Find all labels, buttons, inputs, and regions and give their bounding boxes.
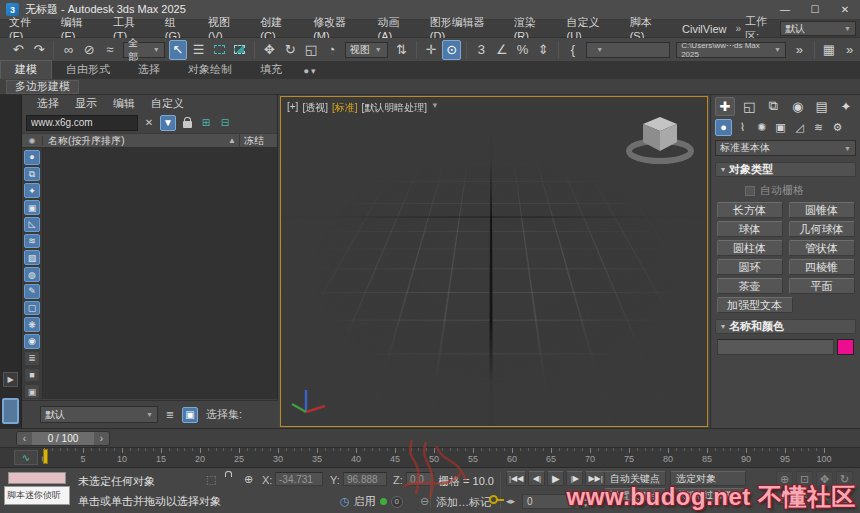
render-overflow-icon[interactable]: » bbox=[840, 40, 859, 60]
menu-modifiers[interactable]: 修改器(M) bbox=[304, 20, 368, 38]
category-systems-icon[interactable]: ⚙ bbox=[829, 119, 846, 136]
select-by-name-icon[interactable]: ☰ bbox=[189, 40, 208, 60]
viewport-pov-label[interactable]: [透视] bbox=[302, 101, 328, 115]
explorer-menu-customize[interactable]: 自定义 bbox=[144, 96, 191, 111]
key-mode-icon[interactable] bbox=[489, 495, 498, 504]
object-button-8[interactable]: 四棱锥 bbox=[789, 259, 855, 275]
object-button-3[interactable]: 球体 bbox=[717, 221, 783, 237]
object-button-4[interactable]: 几何球体 bbox=[789, 221, 855, 237]
menu-scripting[interactable]: 脚本(S) bbox=[621, 20, 673, 38]
x-coord-field[interactable]: -34.731 bbox=[275, 472, 323, 486]
current-frame-marker[interactable] bbox=[43, 449, 48, 464]
menu-customize[interactable]: 自定义(U) bbox=[558, 20, 621, 38]
frozen-column-header[interactable]: 冻结 bbox=[239, 134, 277, 148]
spinner-snap-icon[interactable]: ⇕ bbox=[534, 40, 553, 60]
select-and-rotate-icon[interactable]: ↻ bbox=[281, 40, 300, 60]
menu-views[interactable]: 视图(V) bbox=[199, 20, 251, 38]
viewport-general-menu[interactable]: [+] bbox=[287, 101, 298, 115]
tab-motion[interactable]: ◉ bbox=[788, 97, 808, 116]
select-and-scale-icon[interactable]: ◱ bbox=[301, 40, 320, 60]
snap-pair-icon[interactable]: ⇅ bbox=[392, 40, 411, 60]
y-coord-field[interactable]: 96.888 bbox=[343, 472, 387, 486]
previous-frame-arrow-icon[interactable]: ‹ bbox=[17, 432, 32, 445]
workspace-dropdown[interactable]: 默认▼ bbox=[780, 21, 856, 36]
ribbon-tab-modeling[interactable]: 建模 bbox=[0, 60, 52, 79]
isolate-icon[interactable]: ▣ bbox=[182, 407, 198, 423]
search-input[interactable] bbox=[26, 115, 138, 131]
project-folder-dropdown[interactable]: C:\Users\ww⋯ds Max 2025▼ bbox=[676, 42, 786, 58]
viewcube[interactable] bbox=[623, 109, 697, 167]
transform-gizmo-icon[interactable]: ⊕ bbox=[244, 473, 253, 486]
lock-icon[interactable] bbox=[179, 115, 195, 131]
object-button-10[interactable]: 平面 bbox=[789, 278, 855, 294]
enable-label[interactable]: 启用 bbox=[354, 494, 376, 509]
object-button-1[interactable]: 长方体 bbox=[717, 202, 783, 218]
unlink-selection-icon[interactable]: ⊘ bbox=[80, 40, 99, 60]
viewport-menu-arrow-icon[interactable]: ▼ bbox=[431, 101, 439, 115]
named-sets-dropdown[interactable]: ▼ bbox=[586, 42, 670, 58]
tab-utilities[interactable]: ✦ bbox=[836, 97, 856, 116]
viewport-shading-label[interactable]: [默认明暗处理] bbox=[362, 101, 428, 115]
isolate-selection-icon[interactable]: ⬚ bbox=[206, 473, 216, 486]
explorer-menu-display[interactable]: 显示 bbox=[68, 96, 104, 111]
layers-icon[interactable]: ≣ bbox=[162, 407, 178, 423]
go-to-start-button[interactable]: |◀◀ bbox=[506, 471, 526, 486]
clear-search-icon[interactable]: ✕ bbox=[141, 115, 157, 131]
reference-coordinate-dropdown[interactable]: 视图▼ bbox=[345, 42, 388, 58]
expand-tree-icon[interactable]: ⊞ bbox=[198, 115, 214, 131]
category-geometry-icon[interactable]: ● bbox=[715, 119, 732, 136]
object-button-2[interactable]: 圆锥体 bbox=[789, 202, 855, 218]
viewport-layout-thumbnail[interactable] bbox=[2, 398, 19, 424]
toggle-shapes-icon[interactable]: ⧉ bbox=[24, 167, 40, 182]
rollout-name-color[interactable]: ▾ 名称和颜色 bbox=[715, 319, 856, 334]
time-slider-value[interactable]: 0 / 100 bbox=[32, 432, 94, 445]
ribbon-minimize-icon[interactable]: ⏺ ▾ bbox=[296, 66, 324, 79]
toolbar-overflow-icon[interactable]: » bbox=[790, 40, 809, 60]
object-name-field[interactable] bbox=[717, 339, 834, 355]
tab-modify[interactable]: ◱ bbox=[739, 97, 759, 116]
toggle-spacewarps-icon[interactable]: ≋ bbox=[24, 234, 40, 249]
category-lights-icon[interactable]: ✺ bbox=[753, 119, 770, 136]
visibility-column-icon[interactable]: ◉ bbox=[22, 136, 43, 145]
edit-named-sets-icon[interactable]: { bbox=[564, 40, 583, 60]
object-button-11[interactable]: 加强型文本 bbox=[717, 297, 793, 313]
time-slider[interactable]: ‹ 0 / 100 › bbox=[16, 431, 110, 446]
previous-frame-button[interactable]: ◀| bbox=[528, 471, 545, 486]
explorer-item-list[interactable] bbox=[43, 148, 277, 399]
viewport-standard-label[interactable]: [标准] bbox=[332, 101, 358, 115]
category-cameras-icon[interactable]: ▣ bbox=[772, 119, 789, 136]
category-shapes-icon[interactable]: ⌇ bbox=[734, 119, 751, 136]
macro-recorder-field[interactable] bbox=[8, 472, 66, 484]
select-and-manipulate-icon[interactable]: ◔ bbox=[322, 40, 341, 60]
explorer-menu-edit[interactable]: 编辑 bbox=[106, 96, 142, 111]
next-frame-arrow-icon[interactable]: › bbox=[94, 432, 109, 445]
rect-selection-region-icon[interactable] bbox=[210, 40, 229, 60]
category-helpers-icon[interactable]: ◿ bbox=[791, 119, 808, 136]
use-pivot-point-icon[interactable]: ⊙ bbox=[442, 40, 461, 60]
tab-hierarchy[interactable]: ⧉ bbox=[763, 97, 783, 116]
tab-create[interactable]: ✚ bbox=[715, 97, 735, 116]
window-crossing-icon[interactable] bbox=[231, 40, 250, 60]
mini-curve-editor-button[interactable]: ∿ bbox=[14, 450, 38, 465]
menu-group[interactable]: 组(G) bbox=[156, 20, 199, 38]
redo-icon[interactable]: ↷ bbox=[30, 40, 49, 60]
name-column-header[interactable]: 名称(按升序排序) bbox=[43, 134, 228, 148]
explorer-menu-select[interactable]: 选择 bbox=[30, 96, 66, 111]
select-and-link-icon[interactable]: ∞ bbox=[59, 40, 78, 60]
menu-animation[interactable]: 动画(A) bbox=[369, 20, 421, 38]
select-object-icon[interactable]: ↖ bbox=[169, 40, 188, 60]
toggle-bones-icon[interactable]: ✎ bbox=[24, 284, 40, 299]
perspective-viewport[interactable]: [+] [透视] [标准] [默认明暗处理] ▼ bbox=[280, 96, 708, 427]
toggle-cameras-icon[interactable]: ▣ bbox=[24, 200, 40, 215]
undo-icon[interactable]: ↶ bbox=[9, 40, 28, 60]
toggle-lights-icon[interactable]: ✦ bbox=[24, 183, 40, 198]
primitive-class-dropdown[interactable]: 标准基本体▼ bbox=[715, 140, 856, 156]
maxscript-mini-listener[interactable]: 脚本迷你侦听 bbox=[4, 486, 70, 505]
menu-create[interactable]: 创建(C) bbox=[251, 20, 304, 38]
bind-to-spacewarp-icon[interactable]: ≈ bbox=[101, 40, 120, 60]
tab-display[interactable]: ▤ bbox=[812, 97, 832, 116]
menu-graph-editors[interactable]: 图形编辑器(D) bbox=[421, 20, 505, 38]
menu-civilview[interactable]: CivilView bbox=[673, 20, 735, 38]
toggle-geometry-icon[interactable]: ● bbox=[24, 150, 40, 165]
select-and-move-icon[interactable]: ✥ bbox=[260, 40, 279, 60]
